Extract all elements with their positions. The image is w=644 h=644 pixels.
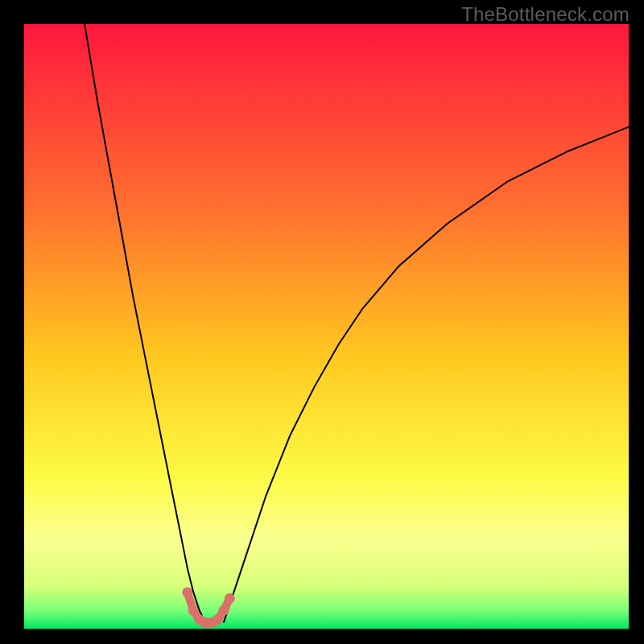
svg-point-0 (182, 587, 192, 597)
curve-layer (24, 24, 629, 629)
plot-area (24, 24, 629, 629)
watermark-text: TheBottleneck.com (461, 3, 630, 26)
svg-point-7 (225, 593, 235, 604)
bottleneck-curve (85, 24, 629, 623)
svg-point-5 (213, 614, 223, 625)
svg-point-6 (218, 605, 229, 616)
chart-frame: TheBottleneck.com (0, 0, 644, 644)
svg-point-1 (188, 605, 199, 616)
highlight-markers (182, 587, 234, 628)
